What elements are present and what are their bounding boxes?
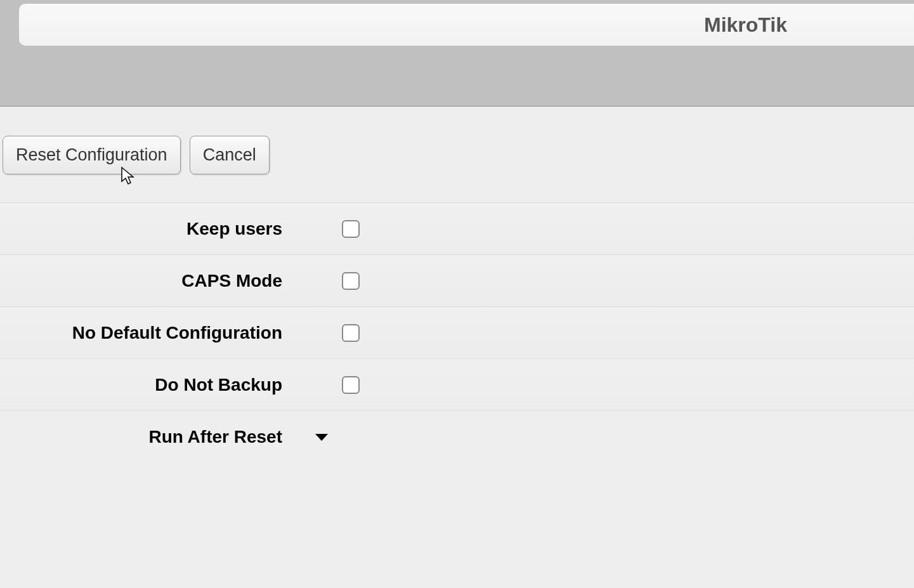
app-title: MikroTik [704,13,787,37]
form-row-keep-users: Keep users [0,203,914,255]
svg-marker-0 [315,434,328,441]
content-area: Reset Configuration Cancel Keep users CA… [0,107,914,463]
keep-users-label: Keep users [0,219,282,239]
run-after-reset-label: Run After Reset [0,427,282,447]
chevron-down-icon [314,433,329,441]
form-row-do-not-backup: Do Not Backup [0,359,914,411]
no-default-config-label: No Default Configuration [0,323,282,343]
caps-mode-checkbox[interactable] [342,272,360,290]
title-box: MikroTik [19,4,914,46]
form-row-caps-mode: CAPS Mode [0,255,914,307]
toolbar: Reset Configuration Cancel [0,107,914,203]
caps-mode-label: CAPS Mode [0,271,282,291]
no-default-config-checkbox[interactable] [342,324,360,342]
do-not-backup-checkbox[interactable] [342,376,360,394]
do-not-backup-label: Do Not Backup [0,375,282,395]
cancel-button[interactable]: Cancel [190,136,270,174]
header-bar: MikroTik [0,0,914,107]
form-row-no-default-config: No Default Configuration [0,307,914,359]
reset-configuration-button[interactable]: Reset Configuration [3,136,181,174]
run-after-reset-dropdown[interactable] [314,433,329,441]
keep-users-checkbox[interactable] [342,220,360,238]
form-row-run-after-reset: Run After Reset [0,411,914,463]
